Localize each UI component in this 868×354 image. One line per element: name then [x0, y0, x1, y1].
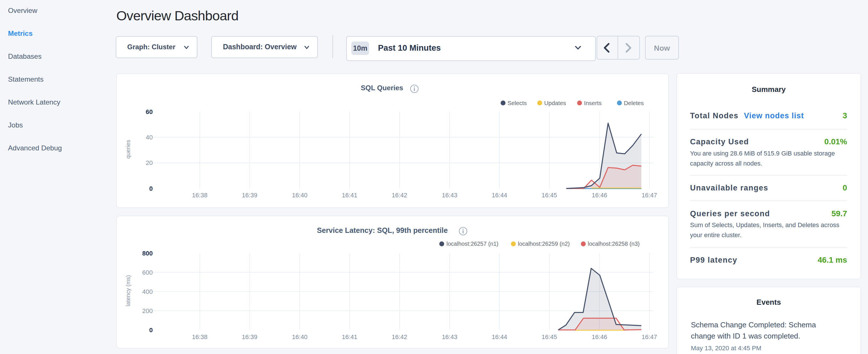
svg-text:16:46: 16:46	[592, 192, 607, 199]
svg-text:16:39: 16:39	[242, 192, 257, 199]
svg-text:16:41: 16:41	[342, 192, 358, 199]
svg-text:16:44: 16:44	[492, 334, 507, 341]
svg-text:600: 600	[142, 269, 153, 276]
svg-text:800: 800	[142, 250, 153, 257]
svg-text:16:38: 16:38	[192, 192, 208, 199]
svg-text:16:46: 16:46	[592, 334, 607, 341]
svg-text:latency (ms): latency (ms)	[125, 275, 131, 307]
svg-text:400: 400	[142, 288, 153, 295]
svg-text:16:41: 16:41	[342, 334, 358, 341]
svg-text:16:47: 16:47	[642, 192, 657, 199]
svg-text:0: 0	[149, 326, 153, 334]
svg-text:16:40: 16:40	[292, 334, 308, 341]
svg-text:queries: queries	[125, 140, 131, 159]
svg-text:200: 200	[142, 307, 153, 315]
svg-text:16:45: 16:45	[541, 192, 557, 199]
svg-text:60: 60	[146, 108, 153, 116]
svg-text:16:39: 16:39	[242, 334, 257, 341]
svg-text:16:47: 16:47	[642, 334, 657, 341]
svg-text:40: 40	[146, 134, 153, 141]
svg-text:16:42: 16:42	[392, 334, 407, 341]
svg-text:16:38: 16:38	[192, 334, 208, 341]
svg-text:16:45: 16:45	[541, 334, 557, 341]
svg-text:0: 0	[149, 185, 153, 192]
svg-text:16:43: 16:43	[442, 192, 457, 199]
svg-text:20: 20	[146, 159, 153, 166]
svg-text:16:40: 16:40	[292, 192, 308, 199]
svg-text:16:42: 16:42	[392, 192, 407, 199]
svg-text:16:44: 16:44	[492, 192, 507, 199]
svg-text:16:43: 16:43	[442, 334, 457, 341]
